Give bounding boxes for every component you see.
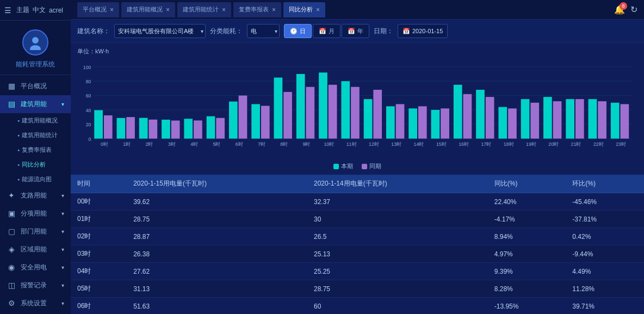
svg-rect-38	[274, 78, 283, 139]
col-prev: 2020-1-14用电量(千瓦时)	[307, 175, 488, 193]
cell-prev: 30	[307, 211, 488, 228]
platform-icon: ▦	[7, 82, 16, 90]
sidebar-item-item[interactable]: ▣ 分项用能 ▾	[0, 205, 71, 223]
dept-icon: ▢	[7, 227, 16, 236]
cell-mom: 4.49%	[566, 263, 644, 280]
svg-text:9时: 9时	[303, 141, 311, 147]
tab-close-icon[interactable]: ×	[316, 6, 320, 14]
topbar-user[interactable]: acrel	[49, 7, 63, 14]
tab-close-icon[interactable]: ×	[272, 6, 276, 14]
table-header-row: 时间 2020-1-15用电量(千瓦时) 2020-1-14用电量(千瓦时) 同…	[71, 175, 644, 193]
svg-rect-50	[364, 99, 373, 139]
cell-time: 05时	[71, 280, 127, 298]
col-curr: 2020-1-15用电量(千瓦时)	[127, 175, 307, 193]
topbar-brand: 主题	[16, 5, 29, 15]
cell-curr: 39.62	[127, 193, 307, 211]
cell-curr: 28.87	[127, 228, 307, 245]
legend-current-label: 本期	[341, 162, 353, 170]
sidebar-item-label: 建筑用能	[21, 100, 47, 109]
building-select-wrapper[interactable]: 安科瑞电气股份有限公司A楼 ▾	[114, 24, 206, 38]
cell-prev: 28.75	[307, 280, 488, 298]
sidebar-item-settings[interactable]: ⚙ 系统设置 ▾	[0, 294, 71, 312]
svg-rect-32	[229, 102, 238, 139]
tab-建筑用能概况[interactable]: 建筑用能概况×	[121, 2, 175, 17]
sidebar-item-label: 报警记录	[21, 281, 47, 290]
cell-curr: 27.62	[127, 263, 307, 280]
tab-平台概况[interactable]: 平台概况×	[77, 2, 119, 17]
sidebar-item-branch[interactable]: ✦ 支路用能 ▾	[0, 187, 71, 205]
calendar-icon: 📅	[403, 28, 410, 35]
sidebar-item-label: 区域用能	[21, 245, 47, 254]
safety-icon: ◉	[7, 263, 16, 272]
tab-close-icon[interactable]: ×	[110, 6, 114, 14]
sidebar-item-label: 系统设置	[21, 299, 47, 308]
svg-rect-18	[126, 117, 135, 139]
sub-label: 复费率报表	[22, 146, 52, 154]
refresh-icon[interactable]: ↻	[630, 4, 637, 15]
cell-yoy: 8.94%	[488, 228, 566, 245]
svg-rect-74	[543, 97, 552, 139]
sidebar-sub-building-overview[interactable]: 建筑用能概况	[0, 113, 71, 128]
month-button[interactable]: 📅 月	[313, 24, 340, 38]
building-select[interactable]: 安科瑞电气股份有限公司A楼	[114, 24, 206, 38]
svg-text:6时: 6时	[236, 141, 243, 147]
topbar: 平台概况×建筑用能概况×建筑用能统计×复费率报表×同比分析× 🔔 8 ↻	[71, 0, 644, 20]
cell-prev: 25.25	[307, 263, 488, 280]
tab-close-icon[interactable]: ×	[222, 6, 226, 14]
table-body: 00时 39.62 32.37 22.40% -45.46% 01时 28.75…	[71, 193, 644, 315]
date-picker[interactable]: 📅 2020-01-15	[398, 24, 448, 38]
svg-rect-57	[418, 106, 427, 138]
cell-mom: -9.44%	[566, 245, 644, 263]
svg-text:17时: 17时	[481, 141, 491, 147]
menu-icon: ☰	[4, 6, 13, 15]
main-area: 平台概况×建筑用能概况×建筑用能统计×复费率报表×同比分析× 🔔 8 ↻ 建筑名…	[71, 0, 644, 314]
sidebar-sub-rate-report[interactable]: 复费率报表	[0, 143, 71, 157]
svg-rect-44	[319, 72, 327, 138]
sidebar-item-area[interactable]: ◈ 区域用能 ▾	[0, 241, 71, 258]
sidebar-item-dept[interactable]: ▢ 部门用能 ▾	[0, 223, 71, 241]
col-mom: 环比(%)	[566, 175, 644, 193]
sidebar-sub-building-stats[interactable]: 建筑用能统计	[0, 128, 71, 143]
sidebar-item-alarm[interactable]: ◫ 报警记录 ▾	[0, 276, 71, 294]
svg-text:4时: 4时	[190, 141, 198, 147]
chevron-down-icon: ▾	[61, 211, 64, 217]
sidebar-sub-yoy[interactable]: 同比分析	[0, 157, 71, 172]
tab-同比分析[interactable]: 同比分析×	[283, 2, 325, 17]
svg-rect-66	[486, 97, 494, 139]
svg-rect-63	[463, 94, 472, 139]
notification-icon[interactable]: 🔔 8	[614, 4, 625, 15]
tab-建筑用能统计[interactable]: 建筑用能统计×	[177, 2, 231, 17]
clock-icon: 🕐	[290, 28, 298, 35]
branch-icon: ✦	[7, 191, 16, 200]
tab-复费率报表[interactable]: 复费率报表×	[233, 2, 281, 17]
svg-rect-48	[351, 87, 360, 139]
sidebar-item-platform[interactable]: ▦ 平台概况	[0, 77, 71, 95]
category-select-wrapper[interactable]: 电 ▾	[247, 24, 280, 38]
day-button[interactable]: 🕐 日	[284, 24, 312, 38]
svg-rect-20	[139, 118, 148, 139]
sub-label: 建筑用能概况	[22, 116, 58, 125]
chevron-down-icon: ▾	[61, 247, 64, 253]
year-button[interactable]: 📅 年	[342, 24, 369, 38]
svg-rect-45	[329, 85, 337, 139]
cell-yoy: 22.40%	[488, 193, 566, 211]
legend-prev: 同期	[362, 162, 381, 170]
svg-rect-36	[261, 106, 270, 138]
sidebar-item-label: 安全用电	[21, 263, 47, 272]
sidebar-item-safety[interactable]: ◉ 安全用电 ▾	[0, 258, 71, 276]
svg-rect-30	[216, 118, 225, 139]
svg-rect-75	[553, 101, 562, 139]
category-select[interactable]: 电	[247, 24, 280, 38]
sidebar-item-building[interactable]: ▤ 建筑用能 ▾	[0, 95, 71, 113]
sub-label: 同比分析	[22, 161, 46, 169]
tab-close-icon[interactable]: ×	[166, 6, 170, 14]
chart-legend: 本期 同期	[77, 162, 637, 170]
cell-time: 04时	[71, 263, 127, 280]
svg-rect-35	[251, 104, 260, 138]
date-label: 日期：	[374, 27, 393, 36]
svg-text:19时: 19时	[526, 141, 536, 147]
svg-rect-29	[207, 116, 215, 139]
date-value: 2020-01-15	[412, 28, 443, 34]
cell-prev: 32.37	[307, 193, 488, 211]
sidebar-sub-energy-flow[interactable]: 能源流向图	[0, 172, 71, 187]
